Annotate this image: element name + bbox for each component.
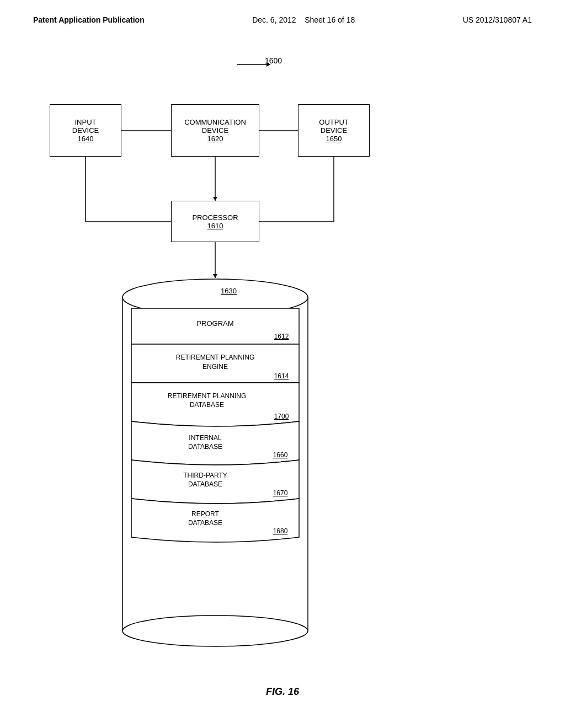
svg-text:DATABASE: DATABASE (190, 401, 224, 409)
svg-text:1700: 1700 (274, 413, 289, 420)
database-cylinder: 1630 PROGRAM 1612 RETIREMENT PLANNING EN… (121, 278, 309, 647)
comm-device-box: COMMUNICATIONDEVICE 1620 (171, 104, 259, 157)
output-device-label: OUTPUTDEVICE (319, 118, 348, 135)
svg-marker-11 (213, 274, 217, 278)
svg-text:1630: 1630 (221, 287, 237, 295)
processor-label: PROCESSOR (192, 213, 238, 222)
svg-text:REPORT: REPORT (191, 510, 219, 518)
svg-text:1680: 1680 (273, 527, 288, 535)
diagram-ref-1600: 1600 (265, 56, 282, 65)
svg-text:THIRD-PARTY: THIRD-PARTY (183, 472, 227, 479)
svg-text:RETIREMENT PLANNING: RETIREMENT PLANNING (176, 354, 254, 361)
svg-text:RETIREMENT PLANNING: RETIREMENT PLANNING (168, 392, 246, 400)
svg-text:ENGINE: ENGINE (202, 363, 228, 371)
figure-caption: FIG. 16 (0, 686, 565, 709)
comm-device-ref: 1620 (207, 135, 223, 143)
input-device-label: INPUTDEVICE (72, 118, 99, 135)
header-right: US 2012/310807 A1 (463, 15, 532, 24)
processor-ref: 1610 (207, 222, 223, 230)
input-device-box: INPUTDEVICE 1640 (50, 104, 121, 157)
svg-text:1612: 1612 (274, 333, 289, 340)
diagram-area: 1600 INPUTDEVICE 1640 COMMUNICATIONDEVIC… (0, 30, 565, 681)
svg-text:1670: 1670 (273, 489, 288, 497)
page-header: Patent Application Publication Dec. 6, 2… (0, 0, 565, 30)
svg-text:1614: 1614 (274, 372, 289, 380)
input-device-ref: 1640 (78, 135, 94, 143)
header-left: Patent Application Publication (33, 15, 145, 24)
output-device-box: OUTPUTDEVICE 1650 (298, 104, 370, 157)
header-date: Dec. 6, 2012 Sheet 16 of 18 (252, 15, 355, 24)
processor-box: PROCESSOR 1610 (171, 201, 259, 242)
svg-text:1660: 1660 (273, 451, 288, 459)
svg-text:DATABASE: DATABASE (188, 519, 222, 527)
svg-text:PROGRAM: PROGRAM (196, 319, 233, 328)
svg-text:DATABASE: DATABASE (188, 443, 222, 451)
output-device-ref: 1650 (326, 135, 342, 143)
comm-device-label: COMMUNICATIONDEVICE (184, 118, 246, 135)
svg-marker-9 (213, 197, 217, 201)
svg-text:DATABASE: DATABASE (188, 480, 222, 488)
svg-text:INTERNAL: INTERNAL (189, 434, 222, 442)
svg-point-15 (122, 615, 308, 646)
